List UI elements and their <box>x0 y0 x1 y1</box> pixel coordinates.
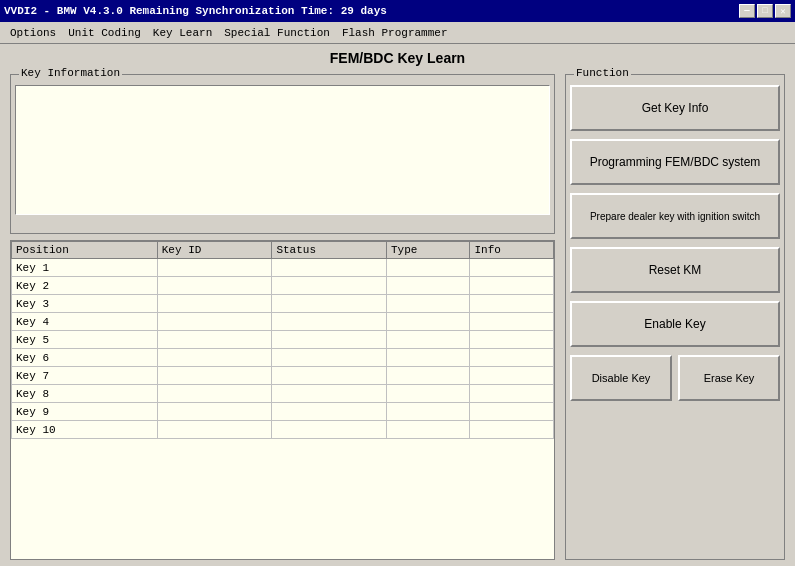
get-key-info-button[interactable]: Get Key Info <box>570 85 780 131</box>
table-row[interactable]: Key 6 <box>12 349 554 367</box>
key-info-group: Key Information <box>10 74 555 234</box>
page-title: FEM/BDC Key Learn <box>10 50 785 66</box>
menu-item-options[interactable]: Options <box>4 25 62 41</box>
maximize-button[interactable]: □ <box>757 4 773 18</box>
key-table-container: Position Key ID Status Type Info Key 1Ke… <box>10 240 555 560</box>
menu-item-unit-coding[interactable]: Unit Coding <box>62 25 147 41</box>
left-panel: Key Information Position Key ID Status T… <box>10 74 555 560</box>
function-group: Function Get Key Info Programming FEM/BD… <box>565 74 785 560</box>
title-bar: VVDI2 - BMW V4.3.0 Remaining Synchroniza… <box>0 0 795 22</box>
disable-key-button[interactable]: Disable Key <box>570 355 672 401</box>
menu-bar: OptionsUnit CodingKey LearnSpecial Funct… <box>0 22 795 44</box>
reset-km-button[interactable]: Reset KM <box>570 247 780 293</box>
col-info: Info <box>470 242 554 259</box>
erase-key-button[interactable]: Erase Key <box>678 355 780 401</box>
programming-fem-button[interactable]: Programming FEM/BDC system <box>570 139 780 185</box>
key-info-textarea[interactable] <box>15 85 550 215</box>
col-position: Position <box>12 242 158 259</box>
menu-item-flash-programmer[interactable]: Flash Programmer <box>336 25 454 41</box>
key-info-label: Key Information <box>19 67 122 79</box>
right-panel: Function Get Key Info Programming FEM/BD… <box>565 74 785 560</box>
table-row[interactable]: Key 10 <box>12 421 554 439</box>
main-content: FEM/BDC Key Learn Key Information Positi… <box>0 44 795 566</box>
menu-item-special-function[interactable]: Special Function <box>218 25 336 41</box>
key-table: Position Key ID Status Type Info Key 1Ke… <box>11 241 554 439</box>
table-row[interactable]: Key 9 <box>12 403 554 421</box>
table-row[interactable]: Key 7 <box>12 367 554 385</box>
table-row[interactable]: Key 3 <box>12 295 554 313</box>
prepare-dealer-button[interactable]: Prepare dealer key with ignition switch <box>570 193 780 239</box>
close-button[interactable]: ✕ <box>775 4 791 18</box>
table-row[interactable]: Key 5 <box>12 331 554 349</box>
col-status: Status <box>272 242 387 259</box>
table-row[interactable]: Key 8 <box>12 385 554 403</box>
bottom-btn-row: Disable Key Erase Key <box>570 355 780 401</box>
minimize-button[interactable]: — <box>739 4 755 18</box>
table-row[interactable]: Key 2 <box>12 277 554 295</box>
col-type: Type <box>387 242 470 259</box>
title-text: VVDI2 - BMW V4.3.0 Remaining Synchroniza… <box>4 5 387 17</box>
table-row[interactable]: Key 4 <box>12 313 554 331</box>
window-controls: — □ ✕ <box>739 4 791 18</box>
enable-key-button[interactable]: Enable Key <box>570 301 780 347</box>
table-row[interactable]: Key 1 <box>12 259 554 277</box>
menu-item-key-learn[interactable]: Key Learn <box>147 25 218 41</box>
content-area: Key Information Position Key ID Status T… <box>10 74 785 560</box>
col-key-id: Key ID <box>157 242 272 259</box>
function-label: Function <box>574 67 631 79</box>
table-header-row: Position Key ID Status Type Info <box>12 242 554 259</box>
